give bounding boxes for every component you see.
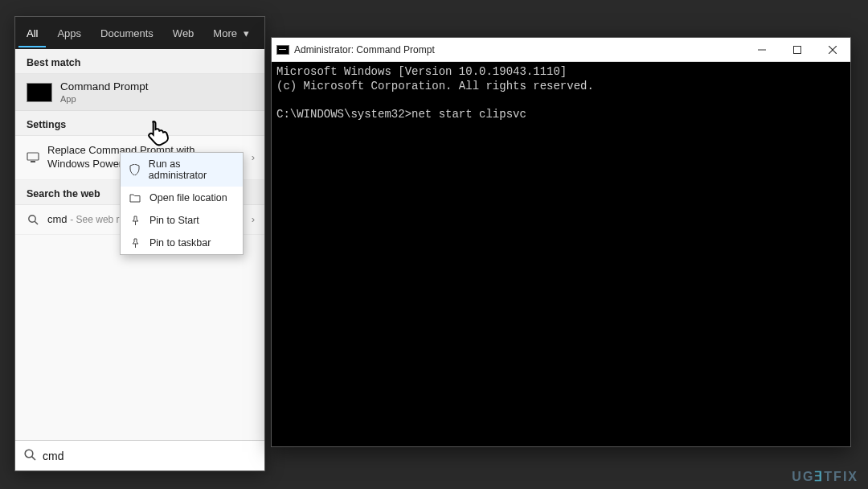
ctx-pin-taskbar[interactable]: Pin to taskbar [121, 232, 243, 254]
svg-rect-0 [27, 153, 39, 160]
best-match-header: Best match [15, 49, 264, 74]
best-match-title: Command Prompt [60, 80, 149, 92]
tab-apps[interactable]: Apps [49, 19, 89, 47]
context-menu: Run as administrator Open file location … [120, 152, 244, 255]
command-prompt-window: Administrator: Command Prompt Microsoft … [271, 37, 851, 447]
ctx-open-location[interactable]: Open file location [121, 187, 243, 209]
monitor-icon [27, 151, 39, 164]
best-match-subtitle: App [60, 94, 149, 104]
pin-start-icon [129, 216, 141, 226]
tab-documents[interactable]: Documents [92, 19, 162, 47]
chevron-right-icon: › [252, 213, 255, 225]
svg-point-4 [25, 450, 33, 458]
chevron-down-icon: ▾ [244, 27, 249, 39]
search-results: Best match Command Prompt App Settings R… [15, 49, 264, 440]
window-title: Administrator: Command Prompt [294, 44, 435, 55]
start-search-panel: All Apps Documents Web More ▾ Best match… [14, 16, 265, 471]
search-tabs: All Apps Documents Web More ▾ [15, 17, 264, 49]
minimize-button[interactable] [744, 38, 780, 62]
maximize-button[interactable] [780, 38, 815, 62]
svg-rect-7 [794, 46, 801, 53]
ctx-label: Run as administrator [149, 158, 235, 181]
ctx-label: Open file location [149, 192, 227, 203]
watermark: UGƎTFIX [792, 469, 858, 484]
search-box[interactable] [15, 440, 264, 471]
pin-taskbar-icon [129, 238, 141, 249]
best-match-item[interactable]: Command Prompt App [15, 74, 264, 111]
tab-more[interactable]: More ▾ [205, 19, 256, 47]
window-controls [744, 38, 850, 62]
svg-line-5 [32, 457, 35, 460]
cmd-title-icon [276, 45, 289, 55]
search-icon [27, 213, 39, 226]
chevron-right-icon: › [252, 151, 255, 163]
ctx-run-as-admin[interactable]: Run as administrator [121, 153, 243, 187]
web-query: cmd [47, 213, 68, 225]
search-icon [23, 448, 36, 463]
svg-point-2 [29, 216, 35, 222]
tab-web[interactable]: Web [165, 19, 203, 47]
terminal-output[interactable]: Microsoft Windows [Version 10.0.19043.11… [272, 62, 850, 446]
settings-header: Settings [15, 111, 264, 136]
titlebar[interactable]: Administrator: Command Prompt [272, 38, 850, 62]
tab-all[interactable]: All [18, 19, 46, 47]
svg-rect-1 [31, 161, 35, 162]
ctx-label: Pin to taskbar [149, 237, 211, 249]
search-input[interactable] [43, 450, 256, 462]
close-button[interactable] [815, 38, 850, 62]
command-prompt-icon [27, 83, 52, 102]
folder-icon [129, 193, 141, 203]
svg-line-3 [35, 221, 38, 224]
shield-icon [129, 164, 141, 175]
ctx-label: Pin to Start [149, 215, 199, 226]
tab-more-label: More [213, 27, 237, 39]
ctx-pin-start[interactable]: Pin to Start [121, 209, 243, 232]
